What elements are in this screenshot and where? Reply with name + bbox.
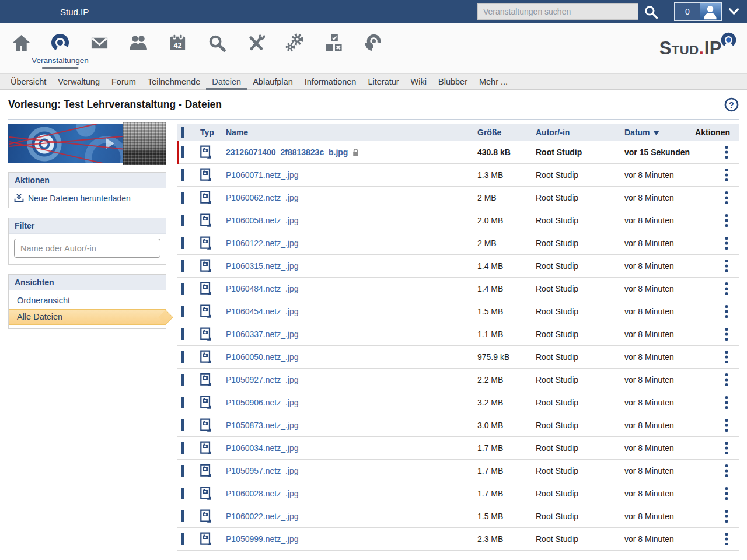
file-link[interactable]: P1060028.netz_.jpg (226, 489, 299, 498)
file-pic-icon (200, 259, 211, 273)
main-nav-planner-calendar[interactable]: 42 (167, 33, 187, 52)
main-nav-tools[interactable] (246, 33, 266, 52)
file-pic-icon (200, 464, 211, 478)
file-link[interactable]: P1060071.netz_.jpg (226, 170, 299, 180)
table-row: P1050873.netz_.jpg3.0 MBRoot Studipvor 8… (177, 414, 739, 437)
row-checkbox[interactable] (181, 488, 184, 499)
search-icon[interactable] (644, 5, 658, 19)
file-link[interactable]: P1050999.netz_.jpg (226, 534, 299, 544)
table-row: P1060337.netz_.jpg1.1 MBRoot Studipvor 8… (177, 323, 739, 346)
file-pic-icon (200, 396, 211, 410)
view-item-alle-dateien[interactable]: Alle Dateien (9, 309, 166, 325)
main-nav-tour[interactable] (363, 33, 383, 52)
file-link[interactable]: P1060315.netz_.jpg (226, 261, 299, 271)
file-link[interactable]: P1050927.netz_.jpg (226, 375, 299, 384)
row-checkbox[interactable] (181, 215, 184, 226)
main-nav-admin-gears[interactable] (285, 33, 305, 52)
row-checkbox[interactable] (181, 374, 184, 386)
row-checkbox[interactable] (181, 351, 184, 363)
file-size: 2.0 MB (477, 216, 536, 225)
sidebar-action-download-new-files[interactable]: Neue Dateien herunterladen (9, 188, 166, 208)
tab-forum[interactable]: Forum (106, 74, 142, 89)
row-checkbox[interactable] (181, 169, 184, 181)
tab-verwaltung[interactable]: Verwaltung (52, 74, 106, 89)
kebab-menu-icon[interactable] (723, 509, 730, 524)
column-header-size[interactable]: Größe (477, 128, 536, 137)
avatar[interactable] (700, 4, 721, 20)
tab-dateien[interactable]: Dateien (206, 74, 247, 89)
kebab-menu-icon[interactable] (723, 167, 730, 183)
view-item-ordneransicht[interactable]: Ordneransicht (9, 293, 166, 308)
tab-übersicht[interactable]: Übersicht (11, 74, 52, 89)
kebab-menu-icon[interactable] (723, 395, 730, 410)
row-checkbox[interactable] (181, 533, 184, 545)
kebab-menu-icon[interactable] (723, 258, 730, 274)
file-link[interactable]: P1050957.netz_.jpg (226, 466, 299, 475)
file-link[interactable]: P1060484.netz_.jpg (226, 284, 299, 293)
file-link[interactable]: 23126071400_2f8813823c_b.jpg (226, 148, 348, 157)
file-link[interactable]: P1060034.netz_.jpg (226, 443, 299, 453)
tab-ablaufplan[interactable]: Ablaufplan (247, 74, 299, 89)
file-link[interactable]: P1060062.netz_.jpg (226, 193, 299, 202)
kebab-menu-icon[interactable] (723, 440, 730, 456)
kebab-menu-icon[interactable] (723, 236, 730, 251)
tab-literatur[interactable]: Literatur (362, 74, 404, 89)
user-menu[interactable]: 0 (674, 2, 722, 21)
file-link[interactable]: P1060337.netz_.jpg (226, 330, 299, 339)
file-link[interactable]: P1050873.netz_.jpg (226, 421, 299, 430)
kebab-menu-icon[interactable] (723, 418, 730, 433)
file-link[interactable]: P1050906.netz_.jpg (226, 398, 299, 407)
file-link[interactable]: P1060022.netz_.jpg (226, 512, 299, 521)
row-checkbox[interactable] (181, 146, 184, 158)
kebab-menu-icon[interactable] (723, 463, 730, 478)
main-nav-home[interactable] (11, 33, 31, 52)
row-checkbox[interactable] (181, 510, 184, 522)
course-search-input[interactable] (477, 4, 638, 20)
row-checkbox[interactable] (181, 419, 184, 431)
tab-blubber[interactable]: Blubber (432, 74, 473, 89)
kebab-menu-icon[interactable] (723, 349, 730, 365)
row-checkbox[interactable] (181, 397, 184, 408)
row-checkbox[interactable] (181, 192, 184, 204)
kebab-menu-icon[interactable] (723, 327, 730, 342)
file-link[interactable]: P1060454.netz_.jpg (226, 307, 299, 316)
help-icon[interactable]: ? (724, 97, 739, 112)
chevron-down-icon[interactable] (728, 8, 739, 15)
file-link[interactable]: P1060122.netz_.jpg (226, 239, 299, 248)
row-checkbox[interactable] (181, 328, 184, 340)
row-checkbox[interactable] (181, 260, 184, 272)
row-checkbox[interactable] (181, 283, 184, 295)
filter-input[interactable] (14, 239, 160, 258)
main-nav-mail[interactable] (89, 33, 109, 52)
kebab-menu-icon[interactable] (723, 281, 730, 296)
row-checkbox[interactable] (181, 306, 184, 317)
tab-mehr-[interactable]: Mehr ... (473, 74, 514, 89)
column-header-typ[interactable]: Typ (200, 128, 226, 137)
row-checkbox[interactable] (181, 465, 184, 477)
file-link[interactable]: P1060050.netz_.jpg (226, 352, 299, 362)
column-header-date[interactable]: Datum (624, 128, 694, 137)
tab-wiki[interactable]: Wiki (405, 74, 432, 89)
main-nav-resources[interactable] (324, 33, 344, 52)
row-checkbox[interactable] (181, 237, 184, 249)
kebab-menu-icon[interactable] (723, 190, 730, 205)
row-checkbox-cell (177, 216, 200, 225)
main-nav-community[interactable] (128, 33, 148, 52)
tab-informationen[interactable]: Informationen (299, 74, 362, 89)
kebab-menu-icon[interactable] (723, 372, 730, 387)
file-link[interactable]: P1060058.netz_.jpg (226, 216, 299, 225)
kebab-menu-icon[interactable] (723, 213, 730, 228)
column-header-name[interactable]: Name (226, 128, 477, 137)
kebab-menu-icon[interactable] (723, 304, 730, 319)
main-nav-seminar-spiral[interactable]: Veranstaltungen (50, 33, 70, 52)
table-row: 23126071400_2f8813823c_b.jpg430.8 kBRoot… (177, 141, 739, 164)
kebab-menu-icon[interactable] (723, 145, 730, 160)
notification-count[interactable]: 0 (675, 4, 700, 20)
column-header-author[interactable]: Autor/-in (536, 128, 624, 137)
tab-teilnehmende[interactable]: Teilnehmende (142, 74, 206, 89)
main-nav-search[interactable] (207, 33, 226, 52)
kebab-menu-icon[interactable] (723, 531, 730, 547)
kebab-menu-icon[interactable] (723, 486, 730, 501)
select-all-checkbox[interactable] (181, 127, 184, 138)
row-checkbox[interactable] (181, 442, 184, 454)
